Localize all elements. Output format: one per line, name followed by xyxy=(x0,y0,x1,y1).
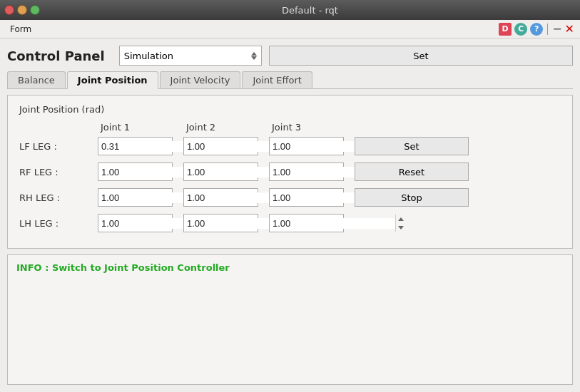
rf-leg-label: RF LEG : xyxy=(19,167,98,177)
rf-reset-button[interactable]: Reset xyxy=(355,163,469,181)
lh-j1-spinbox[interactable] xyxy=(98,214,173,232)
minimize-icon[interactable]: − xyxy=(552,24,561,35)
tab-joint-velocity[interactable]: Joint Velocity xyxy=(160,71,241,88)
column-headers: Joint 1 Joint 2 Joint 3 xyxy=(19,122,561,133)
table-row: RF LEG : xyxy=(19,163,561,181)
table-row: LH LEG : xyxy=(19,214,561,232)
rf-j3-spinbox[interactable] xyxy=(269,163,344,181)
c-icon[interactable]: C xyxy=(514,23,527,36)
simulation-dropdown[interactable]: Simulation xyxy=(119,46,262,66)
title-bar: Default - rqt xyxy=(0,0,580,20)
minimize-button[interactable] xyxy=(17,5,27,15)
joint-position-panel: Joint Position (rad) Joint 1 Joint 2 Joi… xyxy=(7,95,573,249)
rh-leg-label: RH LEG : xyxy=(19,192,98,203)
menu-bar-right: D C ? − ✕ xyxy=(499,23,574,36)
menu-bar: Form D C ? − ✕ xyxy=(0,20,580,38)
lh-j2-spinbox[interactable] xyxy=(183,214,258,232)
close-button[interactable] xyxy=(4,5,14,15)
rh-j2-spinbox[interactable] xyxy=(183,188,258,207)
rf-j2-spinbox[interactable] xyxy=(183,163,258,181)
tab-balance[interactable]: Balance xyxy=(7,71,66,88)
lh-leg-label: LH LEG : xyxy=(19,218,98,229)
window-title: Default - rqt xyxy=(44,5,576,16)
lf-leg-label: LF LEG : xyxy=(19,141,98,152)
tab-joint-effort[interactable]: Joint Effort xyxy=(242,71,312,88)
rh-stop-button[interactable]: Stop xyxy=(355,188,469,207)
info-text: INFO : Switch to Joint Position Controll… xyxy=(16,262,230,273)
tab-joint-position[interactable]: Joint Position xyxy=(67,71,158,89)
section-label: Joint Position (rad) xyxy=(19,104,561,115)
maximize-button[interactable] xyxy=(30,5,40,15)
lh-j3-up[interactable] xyxy=(396,215,406,223)
dropdown-arrow xyxy=(251,52,257,60)
window-controls[interactable] xyxy=(4,5,40,15)
lf-j2-spinbox[interactable] xyxy=(183,137,258,155)
col-joint3: Joint 3 xyxy=(269,122,355,133)
menu-form[interactable]: Form xyxy=(6,23,36,36)
lf-set-button[interactable]: Set xyxy=(355,137,469,155)
table-row: RH LEG : xyxy=(19,188,561,207)
set-button-header[interactable]: Set xyxy=(269,46,573,66)
lh-j3-spinbox[interactable] xyxy=(269,214,344,232)
col-joint2: Joint 2 xyxy=(183,122,269,133)
rh-j1-spinbox[interactable] xyxy=(98,188,173,207)
help-icon[interactable]: ? xyxy=(530,23,543,36)
col-joint1: Joint 1 xyxy=(98,122,183,133)
lh-j3-down[interactable] xyxy=(396,223,406,232)
dropdown-value: Simulation xyxy=(124,51,173,61)
tabs-row: Balance Joint Position Joint Velocity Jo… xyxy=(7,71,573,89)
rh-j3-spinbox[interactable] xyxy=(269,188,344,207)
header-row: Control Panel Simulation Set xyxy=(7,46,573,66)
table-row: LF LEG : xyxy=(19,137,561,155)
rf-j1-spinbox[interactable] xyxy=(98,163,173,181)
lh-j3-input[interactable] xyxy=(270,218,395,229)
main-window: Control Panel Simulation Set Balance Joi… xyxy=(0,38,580,392)
d-icon[interactable]: D xyxy=(499,23,512,36)
separator xyxy=(547,24,548,35)
lf-j3-spinbox[interactable] xyxy=(269,137,344,155)
panel-title: Control Panel xyxy=(7,48,105,63)
info-box: INFO : Switch to Joint Position Controll… xyxy=(7,254,573,385)
lf-j1-spinbox[interactable] xyxy=(98,137,173,155)
close-icon[interactable]: ✕ xyxy=(565,24,574,35)
